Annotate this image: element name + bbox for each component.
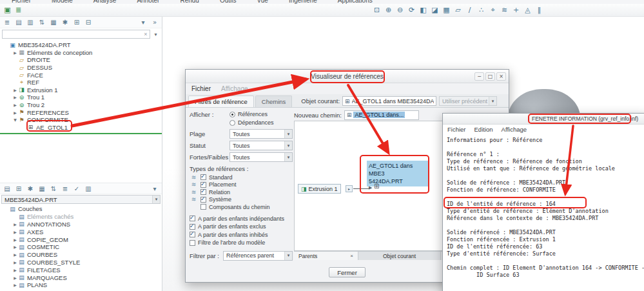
menu-item[interactable]: Fichier <box>447 126 466 133</box>
filter-dropdown[interactable]: Toutes <box>229 129 293 139</box>
expand-arrow-icon[interactable]: ▶ <box>12 95 18 99</box>
expand-arrow-icon[interactable]: ▶ <box>12 88 18 92</box>
menu-affichage[interactable]: Affichage <box>221 85 248 92</box>
info-titlebar[interactable]: FENETRE INFORMATION (grv_ref_info.inf) <box>443 114 644 125</box>
expand-arrow-icon[interactable]: ▶ <box>12 252 18 257</box>
annotation-display-icon[interactable]: ≋ <box>499 5 510 15</box>
new-path-field[interactable]: ⊞ AE_GTOL1 dans... <box>344 110 419 120</box>
panel-options-icon[interactable]: » <box>150 17 160 27</box>
graph-connector[interactable]: ▸ <box>346 185 353 192</box>
tree-item[interactable]: ▶ ⊚ Trou 2 <box>0 101 162 109</box>
new-window-icon[interactable]: ▣ <box>2 5 13 15</box>
tab-filtres-de-reference[interactable]: Filtres de référence <box>188 95 254 107</box>
sort-icon[interactable]: ⇅ <box>37 17 47 27</box>
layer-item[interactable]: ▶ ▤ ANNOTATIONS <box>0 221 162 228</box>
chevron-down-icon[interactable] <box>152 196 160 203</box>
layer-show-icon[interactable]: ▦ <box>37 184 47 194</box>
tree-item[interactable]: ▶ ⊚ Trou 1 <box>0 94 162 101</box>
tree-item[interactable]: ▱ FACE <box>0 71 162 79</box>
expand-arrow-icon[interactable]: ▶ <box>12 222 18 226</box>
layer-item[interactable]: ▶ ▤ MARQUAGES <box>0 274 162 281</box>
tab-parents[interactable]: Parents × <box>294 252 358 260</box>
columns-icon[interactable]: ▥ <box>25 17 35 27</box>
checkbox[interactable] <box>200 174 206 180</box>
checkbox[interactable] <box>190 216 195 221</box>
expand-arrow-icon[interactable]: ▶ <box>12 268 18 272</box>
graph-node-extrusion[interactable]: ◨ Extrusion 1 <box>298 184 341 194</box>
point-display-icon[interactable]: ∴ <box>476 5 487 15</box>
pause-icon[interactable]: ‖ <box>534 5 545 15</box>
radio-option[interactable]: Références <box>229 111 274 117</box>
layer-add-icon[interactable]: ⊞ <box>14 184 24 194</box>
display-filter-icon[interactable]: ▦ <box>48 17 59 27</box>
search-input[interactable] <box>3 31 142 37</box>
layer-list-icon[interactable]: ≣ <box>60 184 70 194</box>
pin-panel-icon[interactable]: ▾ <box>138 17 148 27</box>
layer-item[interactable]: ▶ ▤ COURBES_STYLE <box>0 259 162 266</box>
layer-info-icon[interactable]: ▥ <box>83 184 93 194</box>
gtol-icon[interactable]: ⊞ <box>374 183 379 190</box>
menu-item[interactable]: Affichage <box>502 126 527 133</box>
layer-sort-icon[interactable]: ⇅ <box>48 184 59 194</box>
checkbox[interactable] <box>200 182 206 188</box>
refit-icon[interactable]: ⊡ <box>371 5 382 15</box>
menu-item[interactable]: Edition <box>474 126 493 133</box>
tree-item[interactable]: ▶ ▦ Eléments de conception <box>0 49 162 57</box>
checkbox[interactable] <box>200 189 206 195</box>
csys-display-icon[interactable]: ⌖ <box>487 5 498 15</box>
tree-list-icon[interactable]: ≣ <box>2 17 12 27</box>
search-options-icon[interactable]: ▾ <box>151 32 160 37</box>
layer-item[interactable]: ▶ ▤ COPIE_GEOM <box>0 236 162 243</box>
section-icon[interactable]: ◪ <box>429 5 440 15</box>
expand-arrow-icon[interactable]: ▶ <box>12 245 18 249</box>
layer-check-icon[interactable]: ✓ <box>72 184 82 194</box>
minimize-button[interactable]: − <box>474 72 484 81</box>
current-object-field[interactable]: ⊞ AE_GTOL1 dans MBE35424DA <box>342 96 436 106</box>
tree-item[interactable]: ▼ ⚑ CONFORMITE <box>0 116 162 124</box>
collapse-all-icon[interactable]: ⊟ <box>83 17 93 27</box>
active-model-selector[interactable]: MBE35424DA.PRT <box>1 195 161 204</box>
spin-center-icon[interactable]: + <box>511 5 522 15</box>
layer-item[interactable]: ▤ Couches <box>0 205 162 213</box>
tree-item[interactable]: ⌖ REF <box>0 79 162 86</box>
close-tab-icon[interactable]: × <box>350 253 353 259</box>
layer-tree-icon[interactable]: ▤ <box>2 184 12 194</box>
tree-item[interactable]: ▶ ⚑ REFERENCES <box>0 108 162 116</box>
layer-item[interactable]: ▶ ▤ PLANS <box>0 281 162 289</box>
layer-settings-icon[interactable]: ✱ <box>25 184 35 194</box>
radio-icon[interactable] <box>229 120 235 126</box>
layer-item[interactable]: ▤ Eléments cachés <box>0 213 162 221</box>
menu-icon[interactable]: ≣ <box>13 5 24 15</box>
clear-search-icon[interactable]: × <box>142 31 150 37</box>
filter-dropdown[interactable]: Toutes <box>229 141 293 150</box>
zoom-in-icon[interactable]: ⊕ <box>383 5 394 15</box>
tree-item[interactable]: ▱ DROITE <box>0 56 162 64</box>
close-button[interactable]: × <box>496 72 506 81</box>
radio-icon[interactable] <box>229 112 235 117</box>
checkbox[interactable] <box>200 197 206 203</box>
checkbox[interactable] <box>190 232 195 237</box>
layer-item[interactable]: ▶ ▤ FILETAGES <box>0 266 162 274</box>
expand-arrow-icon[interactable]: ▶ <box>12 110 18 115</box>
radio-option[interactable]: Dépendances <box>229 119 274 126</box>
dialog-titlebar[interactable]: Visualiseur de références −□× <box>186 70 509 83</box>
layer-view-icon[interactable]: ▤ <box>14 17 24 27</box>
perspective-icon[interactable]: ◬ <box>522 5 533 15</box>
layer-options-icon[interactable]: ▾ <box>150 184 160 194</box>
expand-arrow-icon[interactable]: ▶ <box>12 283 18 287</box>
checkbox[interactable] <box>190 240 195 246</box>
tab-objet-courant[interactable]: Objet courant <box>358 252 441 260</box>
expand-arrow-icon[interactable]: ▶ <box>12 230 18 234</box>
tab-chemins[interactable]: Chemins <box>255 95 293 107</box>
maximize-button[interactable]: □ <box>485 72 495 81</box>
checkbox[interactable] <box>190 224 195 230</box>
repaint-icon[interactable]: ⟳ <box>406 5 417 15</box>
tree-item[interactable]: ▣ MBE35424DA.PRT <box>0 41 162 49</box>
use-previous-dropdown[interactable]: Utiliser précédent <box>439 96 497 106</box>
expand-arrow-icon[interactable]: ▶ <box>12 276 18 280</box>
tree-item[interactable]: ⊞ AE_GTOL1 <box>0 124 162 132</box>
fermer-button[interactable]: Fermer <box>329 267 366 277</box>
expand-arrow-icon[interactable]: ▼ <box>12 117 18 122</box>
tree-settings-icon[interactable]: ✱ <box>60 17 70 27</box>
tree-item[interactable]: ▱ DESSUS <box>0 64 162 72</box>
